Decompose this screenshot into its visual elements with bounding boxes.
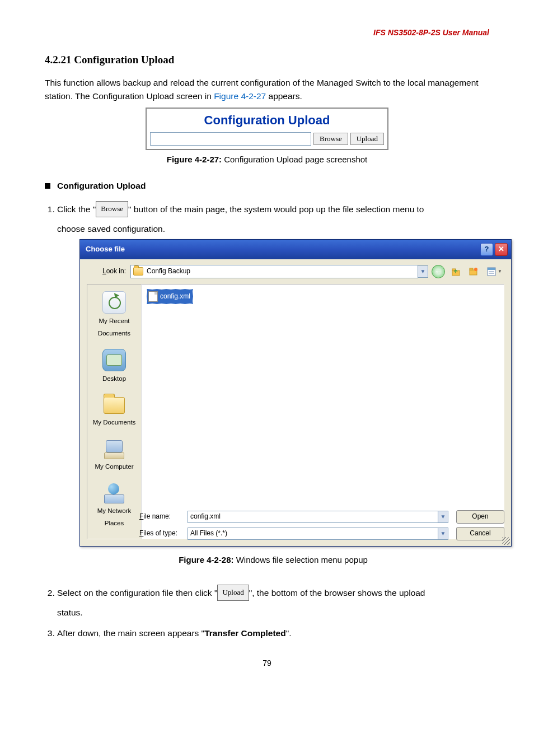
step2-a: Select on the configuration file then cl… xyxy=(57,588,217,598)
dialog-title: Choose file xyxy=(86,242,479,256)
section-heading: 4.2.21 Configuration Upload xyxy=(45,54,489,66)
caption2-label: Figure 4-2-28: xyxy=(179,555,233,564)
figure-caption-2: Figure 4-2-28: Windows file selection me… xyxy=(57,552,489,568)
subheading: Configuration Upload xyxy=(57,181,146,191)
place-desktop[interactable]: Desktop xyxy=(89,349,139,385)
chevron-down-icon[interactable]: ▼ xyxy=(438,511,448,523)
filename-value: config.xml xyxy=(190,510,221,523)
lookin-select[interactable]: Config Backup xyxy=(130,265,418,278)
new-folder-icon[interactable] xyxy=(466,265,481,278)
intro-paragraph: This function allows backup and reload t… xyxy=(45,76,489,103)
filename-input[interactable]: config.xml xyxy=(188,511,438,523)
step2-b: ", the bottom of the browser shows the u… xyxy=(249,588,425,598)
config-upload-figure: Configuration Upload Browse Upload xyxy=(146,108,388,150)
places-bar: My Recent Documents Desktop My Documents xyxy=(87,284,142,539)
computer-icon xyxy=(103,438,125,459)
step-2: Select on the configuration file then cl… xyxy=(57,585,489,620)
file-list-pane[interactable]: config.xml xyxy=(142,284,504,539)
chevron-down-icon: ▼ xyxy=(498,267,502,276)
step1-a: Click the " xyxy=(57,204,96,214)
place-recent[interactable]: My Recent Documents xyxy=(89,291,139,340)
resize-handle-icon[interactable] xyxy=(502,537,510,545)
chevron-down-icon[interactable]: ▼ xyxy=(418,265,428,278)
config-upload-title: Configuration Upload xyxy=(147,109,387,130)
file-item-selected[interactable]: config.xml xyxy=(147,289,193,304)
file-icon xyxy=(148,291,158,302)
chevron-down-icon[interactable]: ▼ xyxy=(438,528,448,540)
figure-link: Figure 4-2-27 xyxy=(214,91,266,101)
step3-b: ". xyxy=(286,628,292,638)
inline-browse-button[interactable]: Browse xyxy=(96,201,128,217)
filetype-value: All Files (*.*) xyxy=(190,527,227,540)
place-computer-label: My Computer xyxy=(95,463,133,470)
browse-button[interactable]: Browse xyxy=(313,133,348,145)
upload-button[interactable]: Upload xyxy=(350,133,384,145)
inline-upload-button[interactable]: Upload xyxy=(217,585,249,601)
desktop-icon xyxy=(102,349,126,371)
page-number: 79 xyxy=(45,659,489,668)
svg-point-4 xyxy=(474,268,477,271)
choose-file-dialog: Choose file ? ✕ Look in: Config Backup ▼… xyxy=(79,239,512,547)
up-one-level-icon[interactable] xyxy=(448,265,463,278)
step3-a: After down, the main screen appears " xyxy=(57,628,204,638)
view-menu-icon[interactable]: ▼ xyxy=(484,265,504,278)
svg-rect-6 xyxy=(488,268,495,270)
cancel-button[interactable]: Cancel xyxy=(456,527,504,540)
figure-caption-1: Figure 4-2-27: Configuration Upload page… xyxy=(45,155,489,164)
lookin-label: Look in: xyxy=(87,265,130,278)
caption1-label: Figure 4-2-27: xyxy=(167,155,222,164)
step-3: After down, the main screen appears "Tra… xyxy=(57,625,489,641)
help-icon[interactable]: ? xyxy=(480,243,493,256)
step3-bold: Transfer Completed xyxy=(204,628,286,638)
filename-label: File name: xyxy=(139,510,188,523)
upload-path-input[interactable] xyxy=(150,132,311,146)
filetype-label: Files of type: xyxy=(139,527,188,540)
intro-text-b: appears. xyxy=(266,91,302,101)
step-1: Click the "Browse" button of the main pa… xyxy=(57,201,489,568)
page-header: IFS NS3502-8P-2S User Manual xyxy=(45,28,489,37)
step1-c: choose saved configuration. xyxy=(57,221,489,237)
close-icon[interactable]: ✕ xyxy=(495,243,508,256)
file-item-label: config.xml xyxy=(160,290,190,303)
place-my-computer[interactable]: My Computer xyxy=(89,438,139,473)
svg-rect-3 xyxy=(470,268,473,270)
step2-c: status. xyxy=(57,604,489,620)
caption2-text: Windows file selection menu popup xyxy=(234,555,368,564)
network-places-icon xyxy=(103,482,125,503)
open-button[interactable]: Open xyxy=(456,510,504,524)
place-my-documents[interactable]: My Documents xyxy=(89,394,139,429)
filetype-select[interactable]: All Files (*.*) xyxy=(188,528,438,540)
dialog-titlebar: Choose file ? ✕ xyxy=(80,240,511,259)
folder-icon xyxy=(133,267,143,276)
documents-icon xyxy=(103,394,125,415)
caption1-text: Configuration Upload page screenshot xyxy=(222,155,367,164)
place-recent-label: My Recent Documents xyxy=(98,318,130,337)
recent-documents-icon xyxy=(102,291,126,314)
bullet-square-icon xyxy=(45,183,50,189)
lookin-value: Config Backup xyxy=(147,265,190,278)
step1-b: " button of the main page, the system wo… xyxy=(128,204,424,214)
place-docs-label: My Documents xyxy=(93,419,136,426)
place-desktop-label: Desktop xyxy=(102,375,126,382)
back-icon[interactable]: ← xyxy=(432,265,445,278)
